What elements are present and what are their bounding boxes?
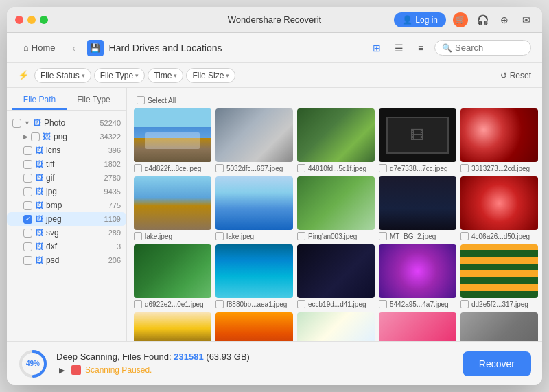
grid-cell[interactable]: MT_BG_2.jpeg — [379, 176, 456, 240]
stop-button[interactable] — [71, 365, 81, 375]
icns-checkbox[interactable] — [23, 146, 32, 155]
gif-checkbox[interactable] — [23, 174, 32, 183]
filter-icon: ⚡ — [18, 70, 29, 80]
grid-cell[interactable]: 0ef07fa0...e08.jpeg — [460, 312, 538, 341]
tab-filetype[interactable]: File Type — [67, 91, 121, 110]
grid-cell[interactable]: d4d822f...8ce.jpeg — [134, 108, 211, 172]
thumbnail — [460, 108, 538, 162]
traffic-lights — [15, 16, 48, 24]
file-status-filter[interactable]: File Status ▾ — [34, 68, 91, 83]
jpg-checkbox[interactable] — [23, 187, 32, 196]
toolbar: ⌂ Home ‹ 💾 Hard Drives and Locations ⊞ ☰… — [7, 33, 542, 63]
bmp-icon: 🖼 — [35, 200, 43, 210]
jpg-icon: 🖼 — [35, 187, 43, 196]
minimize-button[interactable] — [27, 16, 36, 24]
grid-cell[interactable]: Ping'an003.jpeg — [297, 176, 375, 240]
grid-row: d6922e2...0e1.jpeg f8880bb...aea1.jpeg e… — [134, 244, 535, 308]
titlebar: Wondershare Recoverit 👤 Log in 🛒 🎧 ⊕ ✉ — [7, 7, 542, 33]
grid-cell[interactable]: cc471aa...22c.jpeg — [297, 312, 375, 341]
main-content: File Path File Type ▼ 🖼 Photo 52240 ▶ 🖼 … — [7, 88, 542, 341]
expand-arrow-icon[interactable]: ▶ — [23, 133, 28, 140]
jpeg-checkbox[interactable]: ✓ — [23, 215, 32, 224]
png-checkbox[interactable] — [31, 132, 40, 141]
grid-cell[interactable]: eccb19d...d41.jpeg — [297, 244, 375, 308]
bmp-checkbox[interactable] — [23, 201, 32, 210]
cart-icon[interactable]: 🛒 — [453, 12, 468, 27]
tree-item-jpg[interactable]: 🖼 jpg 9435 — [7, 185, 126, 198]
grid-cell[interactable]: 4c06a26...d50.jpeg — [460, 176, 538, 240]
file-size-filter[interactable]: File Size ▾ — [186, 68, 235, 83]
chevron-down-icon: ▾ — [135, 72, 139, 79]
grid-view-button[interactable]: ⊞ — [369, 40, 385, 56]
tree-item-svg[interactable]: 🖼 svg 289 — [7, 226, 126, 240]
tree-item-psd[interactable]: 🖼 psd 206 — [7, 253, 126, 267]
tab-filepath[interactable]: File Path — [12, 91, 67, 110]
grid-cell[interactable]: 53c7ff5a...d41.jpeg — [215, 312, 293, 341]
svg-icon: 🖼 — [35, 228, 43, 238]
recover-button[interactable]: Recover — [463, 351, 531, 376]
maximize-button[interactable] — [40, 16, 48, 24]
grid-cell[interactable]: 🎞 d7e7338...7cc.jpeg — [379, 108, 456, 172]
status-main: Deep Scanning, Files Found: 231581 (63.9… — [56, 351, 454, 362]
tree-item-icns[interactable]: 🖼 icns 396 — [7, 143, 126, 157]
time-filter[interactable]: Time ▾ — [148, 68, 183, 83]
tree-item-dxf[interactable]: 🖼 dxf 3 — [7, 240, 126, 253]
grid-cell[interactable]: lake.jpeg — [215, 176, 293, 240]
grid-cell[interactable]: d6922e2...0e1.jpeg — [134, 244, 211, 308]
grid-cell[interactable]: 3313273...2cd.jpeg — [460, 108, 538, 172]
grid-cell[interactable]: 5032dfc...667.jpeg — [215, 108, 293, 172]
grid-cell[interactable]: 5442a95...4a7.jpeg — [379, 244, 456, 308]
tree-item-bmp[interactable]: 🖼 bmp 775 — [7, 198, 126, 212]
file-type-filter[interactable]: File Type ▾ — [94, 68, 145, 83]
home-button[interactable]: ⌂ Home — [18, 40, 61, 56]
tree-item-photo[interactable]: ▼ 🖼 Photo 52240 — [7, 116, 126, 130]
close-button[interactable] — [15, 16, 23, 24]
thumbnail — [379, 176, 456, 230]
thumbnail — [460, 244, 538, 298]
grid-row: d4d822f...8ce.jpeg 5032dfc...667.jpeg 44… — [134, 108, 535, 172]
thumbnail — [215, 244, 293, 298]
tree-item-tiff[interactable]: 🖼 tiff 1802 — [7, 157, 126, 171]
reset-button[interactable]: ↺ Reset — [500, 71, 531, 80]
play-button[interactable]: ▶ — [56, 365, 67, 376]
grid-row: lake.jpeg lake.jpeg Ping'an003.jpeg MT_B… — [134, 176, 535, 240]
help-icon[interactable]: ⊕ — [497, 12, 512, 27]
search-input[interactable] — [455, 43, 524, 53]
list-view-button[interactable]: ☰ — [390, 40, 407, 56]
expand-arrow-icon[interactable]: ▼ — [24, 119, 30, 126]
thumbnail — [134, 244, 211, 298]
user-icon: 👤 — [402, 15, 412, 25]
tree-item-png[interactable]: ▶ 🖼 png 34322 — [7, 130, 126, 143]
thumbnail — [215, 176, 293, 230]
grid-cell[interactable]: 44810fd...5c1f.jpeg — [297, 108, 375, 172]
tiff-checkbox[interactable] — [23, 160, 32, 169]
thumbnail — [297, 312, 375, 341]
select-all-checkbox[interactable] — [137, 96, 145, 104]
grid-cell[interactable]: 25860b5...5b6.jpeg — [379, 312, 456, 341]
photo-checkbox[interactable] — [12, 119, 21, 128]
progress-circle: 49% — [18, 349, 48, 379]
grid-cell[interactable]: da6b46a...7f6.jpeg — [134, 312, 211, 341]
back-arrow[interactable]: ‹ — [67, 41, 82, 56]
icns-icon: 🖼 — [35, 146, 43, 155]
tree-item-gif[interactable]: 🖼 gif 2780 — [7, 171, 126, 185]
login-button[interactable]: 👤 Log in — [394, 12, 446, 27]
svg-checkbox[interactable] — [23, 229, 32, 238]
dxf-checkbox[interactable] — [23, 242, 32, 251]
grid-cell[interactable]: f8880bb...aea1.jpeg — [215, 244, 293, 308]
headset-icon[interactable]: 🎧 — [475, 12, 490, 27]
detail-view-button[interactable]: ≡ — [412, 40, 429, 56]
mail-icon[interactable]: ✉ — [519, 12, 534, 27]
location-label: Hard Drives and Locations — [109, 43, 222, 54]
toolbar-right: ⊞ ☰ ≡ 🔍 — [369, 40, 531, 56]
psd-checkbox[interactable] — [23, 256, 32, 265]
thumbnail — [297, 176, 375, 230]
image-grid: Select All d4d822f...8ce.jpeg 5032dfc — [127, 88, 542, 341]
grid-cell[interactable]: lake.jpeg — [134, 176, 211, 240]
select-all-label: Select All — [148, 97, 176, 104]
progress-percent: 49% — [18, 349, 48, 379]
tree-item-jpeg[interactable]: ✓ 🖼 jpeg 1109 — [7, 212, 126, 226]
thumbnail — [460, 176, 538, 230]
app-window: Wondershare Recoverit 👤 Log in 🛒 🎧 ⊕ ✉ ⌂… — [7, 7, 542, 385]
grid-cell[interactable]: dd2e5f2...317.jpeg — [460, 244, 538, 308]
